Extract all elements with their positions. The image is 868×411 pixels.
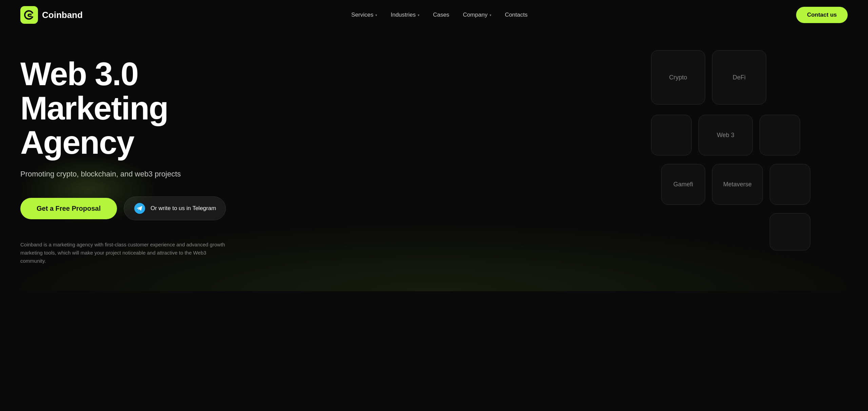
industry-cards-grid: Crypto DeFi Web 3 Gamefi Metaverse	[651, 47, 854, 278]
hero-section: Web 3.0 Marketing Agency Promoting crypt…	[0, 30, 868, 291]
nav-link-cases[interactable]: Cases	[433, 12, 449, 18]
hero-left-content: Web 3.0 Marketing Agency Promoting crypt…	[20, 50, 278, 265]
card-empty-1	[651, 115, 692, 155]
nav-link-industries[interactable]: Industries ▾	[391, 12, 419, 18]
nav-item-industries[interactable]: Industries ▾	[391, 12, 419, 18]
nav-item-services[interactable]: Services ▾	[351, 12, 377, 18]
nav-item-contacts[interactable]: Contacts	[505, 12, 528, 18]
card-web3[interactable]: Web 3	[698, 115, 753, 155]
card-empty-4	[770, 213, 810, 250]
nav-link-services[interactable]: Services ▾	[351, 12, 377, 18]
card-gamefi[interactable]: Gamefi	[661, 164, 705, 205]
nav-links: Services ▾ Industries ▾ Cases Company ▾ …	[351, 12, 528, 18]
logo-icon	[20, 6, 38, 24]
logo-area[interactable]: Coinband	[20, 6, 83, 24]
brand-name: Coinband	[42, 10, 83, 20]
hero-buttons: Get a Free Proposal Or write to us in Te…	[20, 197, 278, 220]
get-proposal-button[interactable]: Get a Free Proposal	[20, 198, 117, 219]
card-defi[interactable]: DeFi	[712, 50, 766, 105]
hero-description: Coinband is a marketing agency with firs…	[20, 241, 231, 265]
nav-item-cases[interactable]: Cases	[433, 12, 449, 18]
card-crypto[interactable]: Crypto	[651, 50, 705, 105]
telegram-button-label: Or write to us in Telegram	[151, 205, 216, 212]
navbar: Coinband Services ▾ Industries ▾ Cases C…	[0, 0, 868, 30]
hero-title: Web 3.0 Marketing Agency	[20, 57, 278, 160]
nav-link-contacts[interactable]: Contacts	[505, 12, 528, 18]
hero-right-cards: Crypto DeFi Web 3 Gamefi Metaverse	[658, 47, 848, 278]
telegram-icon	[134, 202, 146, 214]
chevron-down-icon: ▾	[375, 13, 377, 17]
card-metaverse[interactable]: Metaverse	[712, 164, 763, 205]
card-empty-3	[770, 164, 810, 205]
nav-item-company[interactable]: Company ▾	[463, 12, 491, 18]
card-empty-2	[760, 115, 800, 155]
telegram-button[interactable]: Or write to us in Telegram	[124, 197, 226, 220]
hero-subtitle: Promoting crypto, blockchain, and web3 p…	[20, 169, 278, 180]
chevron-down-icon: ▾	[418, 13, 419, 17]
nav-link-company[interactable]: Company ▾	[463, 12, 491, 18]
contact-us-button[interactable]: Contact us	[796, 7, 848, 23]
chevron-down-icon: ▾	[490, 13, 491, 17]
